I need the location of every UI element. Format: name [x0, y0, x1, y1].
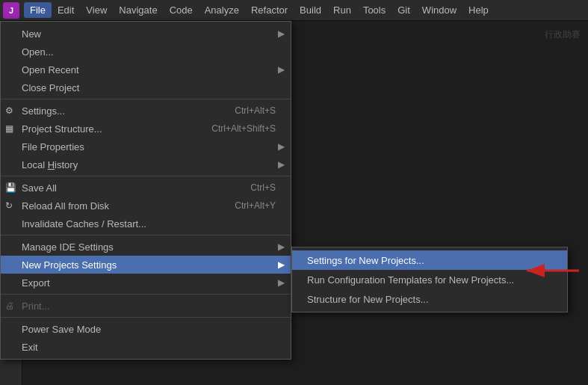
menu-item-local-history-label: Local History — [22, 159, 276, 170]
menu-item-save-all-label: Save All — [22, 182, 220, 194]
menu-item-manage-ide-label: Manage IDE Settings — [22, 241, 276, 253]
project-structure-icon: ▦ — [5, 123, 13, 134]
menu-item-reload[interactable]: ↻ Reload All from Disk Ctrl+Alt+Y — [1, 197, 291, 215]
submenu-arrow-new: ▶ — [278, 28, 285, 39]
submenu-arrow-export: ▶ — [278, 277, 285, 288]
menu-git[interactable]: Git — [392, 2, 416, 18]
menu-item-power-save[interactable]: Power Save Mode — [1, 320, 291, 338]
separator-4 — [1, 294, 291, 295]
separator-1 — [1, 99, 291, 99]
menu-navigate[interactable]: Navigate — [113, 2, 163, 18]
reload-icon: ↻ — [5, 200, 13, 211]
settings-icon: ⚙ — [5, 105, 13, 116]
menu-item-settings[interactable]: ⚙ Settings... Ctrl+Alt+S — [1, 102, 291, 120]
submenu-item-settings-new-projects[interactable]: Settings for New Projects... — [292, 250, 567, 270]
reload-shortcut: Ctrl+Alt+Y — [235, 200, 276, 211]
menu-item-print-label: Print... — [22, 301, 276, 312]
menu-item-new[interactable]: New ▶ — [1, 25, 291, 43]
new-projects-submenu: Settings for New Projects... Run Configu… — [291, 247, 568, 312]
save-all-icon: 💾 — [5, 182, 16, 193]
menu-refactor[interactable]: Refactor — [245, 2, 294, 18]
menu-item-new-label: New — [22, 28, 276, 40]
menu-item-file-properties[interactable]: File Properties ▶ — [1, 138, 291, 155]
menu-edit[interactable]: Edit — [52, 2, 80, 18]
menu-analyze[interactable]: Analyze — [199, 2, 245, 18]
submenu-settings-new-projects-label: Settings for New Projects... — [307, 255, 424, 266]
submenu-item-run-config[interactable]: Run Configuration Templates for New Proj… — [292, 270, 567, 289]
menu-item-print: 🖨 Print... — [1, 297, 291, 315]
menu-item-manage-ide[interactable]: Manage IDE Settings ▶ — [1, 238, 291, 256]
menu-window[interactable]: Window — [416, 2, 462, 18]
menu-item-new-projects-settings[interactable]: New Projects Settings ▶ — [1, 256, 291, 274]
menu-item-file-properties-label: File Properties — [22, 141, 276, 153]
menu-item-invalidate-label: Invalidate Caches / Restart... — [22, 218, 276, 230]
menu-code[interactable]: Code — [164, 2, 199, 18]
project-structure-shortcut: Ctrl+Alt+Shift+S — [211, 123, 276, 134]
menu-item-open-recent-label: Open Recent — [22, 64, 276, 76]
print-icon: 🖨 — [5, 301, 14, 311]
submenu-arrow-local-history: ▶ — [278, 159, 285, 170]
menu-view[interactable]: View — [80, 2, 113, 18]
submenu-arrow-open-recent: ▶ — [278, 64, 285, 75]
menu-help[interactable]: Help — [462, 2, 495, 18]
menu-item-project-structure[interactable]: ▦ Project Structure... Ctrl+Alt+Shift+S — [1, 120, 291, 138]
menu-build[interactable]: Build — [294, 2, 327, 18]
menu-item-new-projects-label: New Projects Settings — [22, 259, 276, 271]
menu-file[interactable]: File — [24, 2, 52, 18]
logo-text: J — [9, 6, 13, 15]
menu-item-close-project-label: Close Project — [22, 82, 276, 93]
menu-item-project-structure-label: Project Structure... — [22, 123, 182, 135]
submenu-structure-new-label: Structure for New Projects... — [307, 294, 429, 305]
submenu-arrow-file-properties: ▶ — [278, 141, 285, 152]
bg-text: 行政助赛 — [545, 28, 581, 41]
menu-item-settings-label: Settings... — [22, 105, 205, 117]
menu-bar: J File Edit View Navigate Code Analyze R… — [0, 0, 588, 21]
separator-5 — [1, 317, 291, 318]
submenu-run-config-label: Run Configuration Templates for New Proj… — [307, 274, 514, 286]
menu-item-reload-label: Reload All from Disk — [22, 200, 205, 212]
menu-item-open-recent[interactable]: Open Recent ▶ — [1, 61, 291, 78]
menu-item-save-all[interactable]: 💾 Save All Ctrl+S — [1, 179, 291, 197]
menu-item-open-label: Open... — [22, 46, 276, 58]
separator-3 — [1, 235, 291, 235]
menu-tools[interactable]: Tools — [357, 2, 392, 18]
menu-item-open[interactable]: Open... — [1, 43, 291, 61]
separator-2 — [1, 176, 291, 176]
menu-item-exit-label: Exit — [22, 342, 276, 353]
menu-item-export-label: Export — [22, 277, 276, 289]
submenu-item-structure-new[interactable]: Structure for New Projects... — [292, 289, 567, 309]
submenu-arrow-new-projects: ▶ — [278, 259, 285, 270]
menu-item-export[interactable]: Export ▶ — [1, 274, 291, 292]
settings-shortcut: Ctrl+Alt+S — [235, 105, 276, 116]
save-all-shortcut: Ctrl+S — [250, 182, 276, 193]
menu-item-exit[interactable]: Exit — [1, 338, 291, 356]
menu-item-local-history[interactable]: Local History ▶ — [1, 155, 291, 173]
menu-item-invalidate[interactable]: Invalidate Caches / Restart... — [1, 215, 291, 232]
file-dropdown-menu: New ▶ Open... Open Recent ▶ Close Projec… — [0, 21, 291, 360]
menu-item-power-save-label: Power Save Mode — [22, 324, 276, 335]
app-logo: J — [3, 2, 19, 19]
menu-run[interactable]: Run — [327, 2, 357, 18]
menu-item-close-project[interactable]: Close Project — [1, 78, 291, 96]
submenu-arrow-manage-ide: ▶ — [278, 241, 285, 252]
